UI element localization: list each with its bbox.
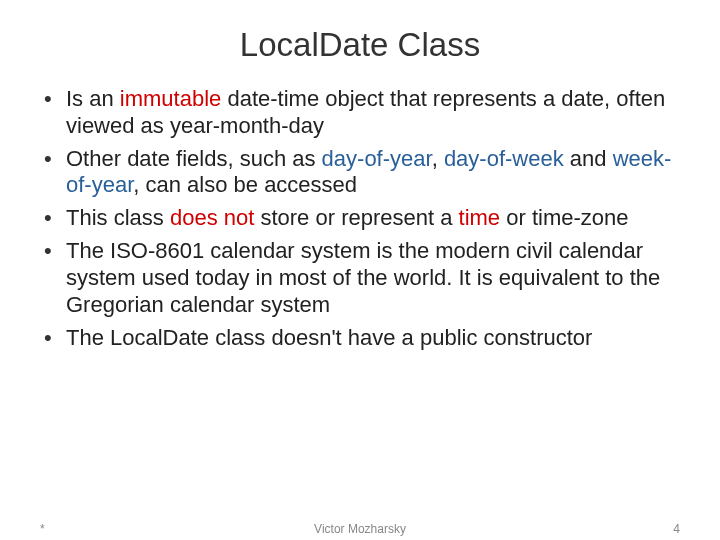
text: Is an xyxy=(66,86,120,111)
list-item: The ISO-8601 calendar system is the mode… xyxy=(40,238,680,318)
bullet-list: Is an immutable date-time object that re… xyxy=(40,86,680,351)
text: store or represent a xyxy=(254,205,458,230)
list-item: Is an immutable date-time object that re… xyxy=(40,86,680,140)
text-red: does not xyxy=(170,205,254,230)
list-item: The LocalDate class doesn't have a publi… xyxy=(40,325,680,352)
text: Other date fields, such as xyxy=(66,146,322,171)
text-red: time xyxy=(459,205,501,230)
text: or time-zone xyxy=(500,205,628,230)
footer-author: Victor Mozharsky xyxy=(0,522,720,536)
footer-page-number: 4 xyxy=(673,522,680,536)
text: The LocalDate class doesn't have a publi… xyxy=(66,325,592,350)
list-item: Other date fields, such as day-of-year, … xyxy=(40,146,680,200)
text: , xyxy=(432,146,444,171)
slide-title: LocalDate Class xyxy=(40,26,680,64)
text-blue: day-of-year xyxy=(322,146,432,171)
list-item: This class does not store or represent a… xyxy=(40,205,680,232)
text: This class xyxy=(66,205,170,230)
text: The ISO-8601 calendar system is the mode… xyxy=(66,238,660,317)
text: and xyxy=(564,146,613,171)
text-blue: day-of-week xyxy=(444,146,564,171)
text-red: immutable xyxy=(120,86,221,111)
text: , can also be accessed xyxy=(133,172,357,197)
